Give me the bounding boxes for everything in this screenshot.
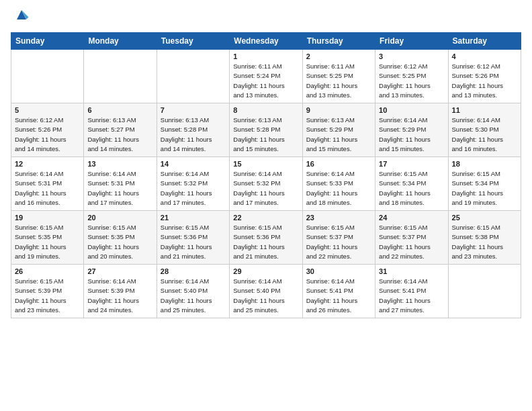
- day-number: 30: [306, 267, 371, 275]
- calendar-cell-21: 19Sunrise: 6:15 AM Sunset: 5:35 PM Dayli…: [11, 211, 84, 265]
- calendar-cell-12: 10Sunrise: 6:14 AM Sunset: 5:29 PM Dayli…: [375, 103, 448, 157]
- calendar-cell-16: 14Sunrise: 6:14 AM Sunset: 5:32 PM Dayli…: [157, 157, 229, 211]
- calendar-cell-22: 20Sunrise: 6:15 AM Sunset: 5:35 PM Dayli…: [84, 211, 157, 265]
- calendar-cell-18: 16Sunrise: 6:14 AM Sunset: 5:33 PM Dayli…: [302, 157, 375, 211]
- calendar-week-5: 26Sunrise: 6:15 AM Sunset: 5:39 PM Dayli…: [11, 265, 521, 318]
- day-info: Sunrise: 6:12 AM Sunset: 5:25 PM Dayligh…: [379, 62, 444, 100]
- calendar-header-row: SundayMondayTuesdayWednesdayThursdayFrid…: [11, 33, 521, 50]
- day-info: Sunrise: 6:15 AM Sunset: 5:39 PM Dayligh…: [15, 277, 80, 315]
- calendar-week-4: 19Sunrise: 6:15 AM Sunset: 5:35 PM Dayli…: [11, 211, 521, 265]
- day-info: Sunrise: 6:13 AM Sunset: 5:29 PM Dayligh…: [306, 116, 371, 154]
- day-info: Sunrise: 6:15 AM Sunset: 5:34 PM Dayligh…: [452, 169, 517, 208]
- day-info: Sunrise: 6:14 AM Sunset: 5:31 PM Dayligh…: [15, 169, 80, 208]
- calendar-cell-10: 8Sunrise: 6:13 AM Sunset: 5:28 PM Daylig…: [230, 103, 302, 157]
- day-info: Sunrise: 6:15 AM Sunset: 5:36 PM Dayligh…: [161, 223, 226, 261]
- calendar-cell-24: 22Sunrise: 6:15 AM Sunset: 5:36 PM Dayli…: [230, 211, 302, 265]
- day-number: 19: [15, 214, 80, 222]
- calendar-cell-7: 5Sunrise: 6:12 AM Sunset: 5:26 PM Daylig…: [11, 103, 84, 157]
- calendar-cell-5: 3Sunrise: 6:12 AM Sunset: 5:25 PM Daylig…: [375, 50, 448, 103]
- page: SundayMondayTuesdayWednesdayThursdayFrid…: [0, 0, 532, 411]
- calendar-cell-17: 15Sunrise: 6:14 AM Sunset: 5:32 PM Dayli…: [230, 157, 302, 211]
- day-number: 25: [452, 214, 517, 222]
- day-number: 15: [233, 160, 298, 168]
- day-number: 3: [379, 52, 444, 60]
- day-info: Sunrise: 6:12 AM Sunset: 5:26 PM Dayligh…: [15, 116, 80, 154]
- calendar-cell-30: 28Sunrise: 6:14 AM Sunset: 5:40 PM Dayli…: [157, 265, 229, 318]
- day-number: 13: [87, 160, 152, 168]
- day-number: 10: [379, 106, 444, 114]
- calendar-cell-6: 4Sunrise: 6:12 AM Sunset: 5:26 PM Daylig…: [448, 50, 521, 103]
- day-info: Sunrise: 6:14 AM Sunset: 5:39 PM Dayligh…: [87, 277, 152, 315]
- day-info: Sunrise: 6:14 AM Sunset: 5:29 PM Dayligh…: [379, 116, 444, 154]
- col-header-sunday: Sunday: [11, 33, 84, 50]
- calendar-cell-28: 26Sunrise: 6:15 AM Sunset: 5:39 PM Dayli…: [11, 265, 84, 318]
- day-number: 12: [15, 160, 80, 168]
- day-number: 29: [233, 267, 298, 275]
- day-info: Sunrise: 6:15 AM Sunset: 5:38 PM Dayligh…: [452, 223, 517, 261]
- calendar-cell-13: 11Sunrise: 6:14 AM Sunset: 5:30 PM Dayli…: [448, 103, 521, 157]
- day-number: 31: [379, 267, 444, 275]
- col-header-wednesday: Wednesday: [230, 33, 302, 50]
- day-info: Sunrise: 6:14 AM Sunset: 5:40 PM Dayligh…: [161, 277, 226, 315]
- col-header-saturday: Saturday: [448, 33, 521, 50]
- day-info: Sunrise: 6:14 AM Sunset: 5:32 PM Dayligh…: [161, 169, 226, 208]
- day-info: Sunrise: 6:13 AM Sunset: 5:28 PM Dayligh…: [233, 116, 298, 154]
- day-info: Sunrise: 6:11 AM Sunset: 5:24 PM Dayligh…: [233, 62, 298, 100]
- calendar-cell-19: 17Sunrise: 6:15 AM Sunset: 5:34 PM Dayli…: [375, 157, 448, 211]
- day-number: 9: [306, 106, 371, 114]
- day-info: Sunrise: 6:14 AM Sunset: 5:40 PM Dayligh…: [233, 277, 298, 315]
- day-number: 6: [87, 106, 152, 114]
- calendar-cell-1: [84, 50, 157, 103]
- calendar-week-3: 12Sunrise: 6:14 AM Sunset: 5:31 PM Dayli…: [11, 157, 521, 211]
- calendar-table: SundayMondayTuesdayWednesdayThursdayFrid…: [11, 32, 521, 318]
- day-info: Sunrise: 6:15 AM Sunset: 5:37 PM Dayligh…: [306, 223, 371, 261]
- day-number: 11: [452, 106, 517, 114]
- calendar-cell-34: [448, 265, 521, 318]
- day-info: Sunrise: 6:14 AM Sunset: 5:30 PM Dayligh…: [452, 116, 517, 154]
- day-info: Sunrise: 6:15 AM Sunset: 5:37 PM Dayligh…: [379, 223, 444, 261]
- day-info: Sunrise: 6:13 AM Sunset: 5:27 PM Dayligh…: [87, 116, 152, 154]
- day-number: 28: [161, 267, 226, 275]
- calendar-week-2: 5Sunrise: 6:12 AM Sunset: 5:26 PM Daylig…: [11, 103, 521, 157]
- day-number: 7: [161, 106, 226, 114]
- calendar-cell-25: 23Sunrise: 6:15 AM Sunset: 5:37 PM Dayli…: [302, 211, 375, 265]
- calendar-cell-20: 18Sunrise: 6:15 AM Sunset: 5:34 PM Dayli…: [448, 157, 521, 211]
- calendar-cell-14: 12Sunrise: 6:14 AM Sunset: 5:31 PM Dayli…: [11, 157, 84, 211]
- col-header-monday: Monday: [84, 33, 157, 50]
- calendar-week-1: 1Sunrise: 6:11 AM Sunset: 5:24 PM Daylig…: [11, 50, 521, 103]
- day-number: 2: [306, 52, 371, 60]
- calendar-cell-15: 13Sunrise: 6:14 AM Sunset: 5:31 PM Dayli…: [84, 157, 157, 211]
- day-info: Sunrise: 6:12 AM Sunset: 5:26 PM Dayligh…: [452, 62, 517, 100]
- day-info: Sunrise: 6:14 AM Sunset: 5:33 PM Dayligh…: [306, 169, 371, 208]
- calendar-cell-29: 27Sunrise: 6:14 AM Sunset: 5:39 PM Dayli…: [84, 265, 157, 318]
- col-header-tuesday: Tuesday: [157, 33, 229, 50]
- logo: [11, 8, 31, 27]
- day-number: 1: [233, 52, 298, 60]
- col-header-thursday: Thursday: [302, 33, 375, 50]
- calendar-cell-3: 1Sunrise: 6:11 AM Sunset: 5:24 PM Daylig…: [230, 50, 302, 103]
- day-info: Sunrise: 6:15 AM Sunset: 5:34 PM Dayligh…: [379, 169, 444, 208]
- day-number: 20: [87, 214, 152, 222]
- day-number: 17: [379, 160, 444, 168]
- calendar-cell-33: 31Sunrise: 6:14 AM Sunset: 5:41 PM Dayli…: [375, 265, 448, 318]
- calendar-cell-4: 2Sunrise: 6:11 AM Sunset: 5:25 PM Daylig…: [302, 50, 375, 103]
- day-info: Sunrise: 6:14 AM Sunset: 5:31 PM Dayligh…: [87, 169, 152, 208]
- calendar-cell-0: [11, 50, 84, 103]
- day-info: Sunrise: 6:15 AM Sunset: 5:36 PM Dayligh…: [233, 223, 298, 261]
- day-number: 21: [161, 214, 226, 222]
- day-info: Sunrise: 6:14 AM Sunset: 5:41 PM Dayligh…: [306, 277, 371, 315]
- calendar-cell-31: 29Sunrise: 6:14 AM Sunset: 5:40 PM Dayli…: [230, 265, 302, 318]
- day-number: 24: [379, 214, 444, 222]
- calendar-cell-2: [157, 50, 229, 103]
- calendar-cell-27: 25Sunrise: 6:15 AM Sunset: 5:38 PM Dayli…: [448, 211, 521, 265]
- day-number: 27: [87, 267, 152, 275]
- day-info: Sunrise: 6:13 AM Sunset: 5:28 PM Dayligh…: [161, 116, 226, 154]
- day-number: 14: [161, 160, 226, 168]
- calendar-cell-9: 7Sunrise: 6:13 AM Sunset: 5:28 PM Daylig…: [157, 103, 229, 157]
- calendar-cell-11: 9Sunrise: 6:13 AM Sunset: 5:29 PM Daylig…: [302, 103, 375, 157]
- day-info: Sunrise: 6:15 AM Sunset: 5:35 PM Dayligh…: [87, 223, 152, 261]
- day-number: 18: [452, 160, 517, 168]
- day-info: Sunrise: 6:14 AM Sunset: 5:32 PM Dayligh…: [233, 169, 298, 208]
- day-number: 5: [15, 106, 80, 114]
- day-number: 23: [306, 214, 371, 222]
